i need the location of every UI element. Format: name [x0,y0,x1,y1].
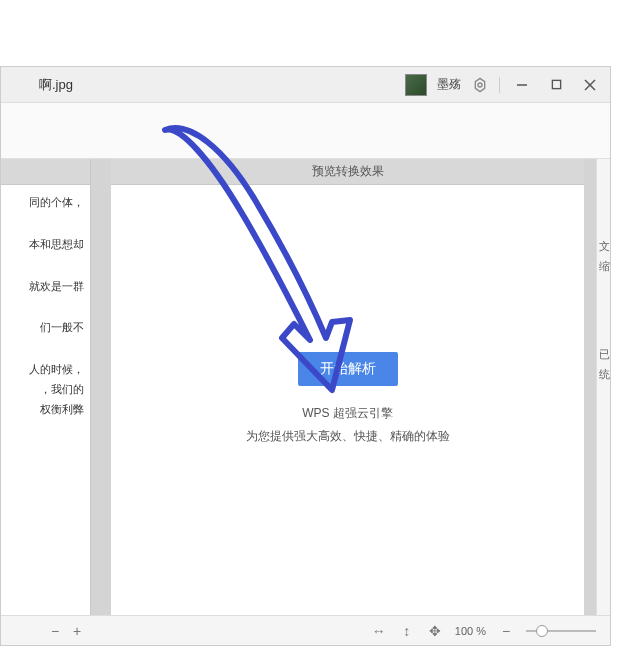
preview-header: 预览转换效果 [111,159,584,185]
minus-icon[interactable]: − [47,623,63,639]
plus-icon[interactable]: + [69,623,85,639]
sidebar-label: 缩 [599,259,610,274]
doc-text: 们一般不 [1,318,84,338]
start-parse-button[interactable]: 开始解析 [298,352,398,386]
right-sidebar: 文档 缩 已 统 [596,159,610,615]
left-panel: 同的个体， 本和思想却 就欢是一群 们一般不 人的时候， ，我们的 权衡利弊 [1,159,91,615]
maximize-button[interactable] [544,73,568,97]
content-row: 同的个体， 本和思想却 就欢是一群 们一般不 人的时候， ，我们的 权衡利弊 预… [1,159,610,615]
zoom-slider-thumb[interactable] [536,625,548,637]
divider [499,77,500,93]
sidebar-label: 文档 [599,239,610,254]
sidebar-label: 统 [599,367,610,382]
status-left: − + [1,623,91,639]
source-document: 同的个体， 本和思想却 就欢是一群 们一般不 人的时候， ，我们的 权衡利弊 [1,185,90,615]
username-label[interactable]: 墨殇 [437,76,461,93]
minimize-button[interactable] [510,73,534,97]
engine-description: WPS 超强云引擎 为您提供强大高效、快捷、精确的体验 [246,402,450,448]
zoom-slider[interactable] [526,630,596,632]
titlebar-controls: 墨殇 [405,73,602,97]
close-button[interactable] [578,73,602,97]
engine-line-1: WPS 超强云引擎 [246,402,450,425]
toolbar [1,103,610,159]
svg-rect-2 [552,80,560,88]
svg-point-0 [478,83,482,87]
app-window: 啊.jpg 墨殇 同的个体， 本和思想却 [0,66,611,646]
avatar[interactable] [405,74,427,96]
doc-text: 同的个体， [1,193,84,213]
tab-filename[interactable]: 啊.jpg [9,76,73,94]
zoom-out-icon[interactable]: − [498,623,514,639]
doc-text: 就欢是一群 [1,277,84,297]
engine-line-2: 为您提供强大高效、快捷、精确的体验 [246,425,450,448]
fit-width-icon[interactable]: ↔ [371,623,387,639]
crown-icon[interactable] [471,76,489,94]
preview-canvas: 开始解析 WPS 超强云引擎 为您提供强大高效、快捷、精确的体验 [111,185,584,615]
status-right: ↔ ↕ ✥ 100 % − [91,623,610,639]
move-icon[interactable]: ✥ [427,623,443,639]
statusbar: − + ↔ ↕ ✥ 100 % − [1,615,610,645]
sidebar-label: 已 [599,347,610,362]
titlebar: 啊.jpg 墨殇 [1,67,610,103]
doc-text: 本和思想却 [1,235,84,255]
zoom-level: 100 % [455,625,486,637]
left-panel-header [1,159,90,185]
fit-height-icon[interactable]: ↕ [399,623,415,639]
doc-text: 人的时候， ，我们的 权衡利弊 [1,360,84,419]
right-panel: 预览转换效果 开始解析 WPS 超强云引擎 为您提供强大高效、快捷、精确的体验 [111,159,584,615]
